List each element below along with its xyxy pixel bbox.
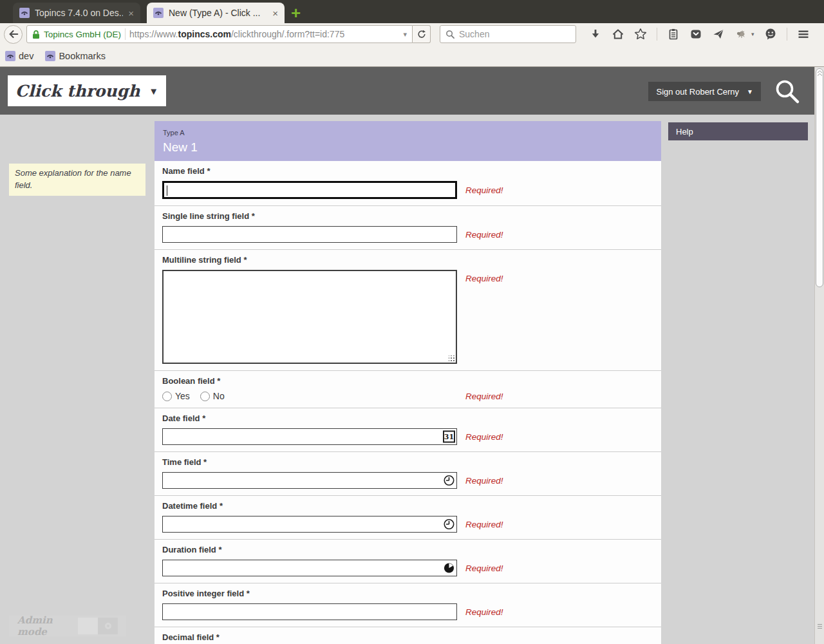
pocket-icon[interactable] [689, 28, 702, 41]
menu-hamburger-icon[interactable] [797, 28, 810, 41]
clock-icon[interactable] [443, 518, 455, 531]
field-label: Datetime field * [162, 501, 653, 511]
new-tab-button[interactable]: + [291, 5, 301, 21]
required-message: Required! [465, 476, 503, 486]
field-label: Duration field * [162, 545, 653, 554]
form-row-duration: Duration field * Required! [154, 540, 661, 583]
single-line-string-input[interactable] [162, 226, 457, 243]
form-row-datetime: Datetime field * Required! [154, 496, 661, 540]
scrollbar-thumb[interactable] [816, 68, 823, 287]
field-label: Name field * [162, 166, 653, 176]
browser-tab-topincs[interactable]: Topincs 7.4.0 on Des... × [13, 3, 140, 23]
search-input[interactable]: Suchen [440, 25, 576, 43]
required-message: Required! [465, 432, 503, 442]
tab-close-icon[interactable]: × [128, 8, 134, 19]
feedback-smiley-icon[interactable] [764, 28, 777, 41]
topincs-favicon-icon [19, 8, 30, 18]
date-field-input[interactable] [162, 428, 457, 445]
datetime-field-input[interactable] [162, 516, 457, 533]
textarea-resize-grip[interactable] [449, 355, 455, 362]
home-icon[interactable] [612, 28, 624, 41]
topincs-favicon-icon [153, 8, 164, 18]
extension-dropdown-icon[interactable]: ▾ [751, 31, 754, 37]
extension-fly-icon[interactable] [735, 28, 747, 41]
clock-icon[interactable] [443, 475, 455, 487]
url-bar[interactable]: Topincs GmbH (DE) https://www.topincs.co… [26, 25, 413, 43]
calendar-icon[interactable]: 31 [443, 431, 455, 443]
search-icon [445, 30, 455, 39]
tab-title: New (Type A) - Click ... [169, 8, 267, 18]
bookmark-item-bookmarks[interactable]: Bookmarks [45, 51, 106, 61]
required-message: Required! [465, 392, 503, 401]
tab-title: Topincs 7.4.0 on Des... [35, 8, 123, 18]
admin-mode-label: Admin mode [17, 614, 70, 638]
back-button[interactable] [4, 25, 23, 44]
signout-label: Sign out Robert Cerny [656, 87, 739, 97]
form-header: Type A New 1 [154, 121, 661, 161]
time-field-input[interactable] [162, 472, 457, 489]
send-plane-icon[interactable] [712, 28, 725, 41]
admin-mode-toggle[interactable] [78, 618, 118, 634]
topincs-favicon-icon [5, 51, 15, 61]
multiline-string-textarea[interactable] [162, 270, 457, 364]
url-text[interactable]: https://www.topincs.com/clickthrough/.fo… [129, 29, 344, 39]
radio-button[interactable] [162, 392, 172, 401]
form-row-time: Time field * Required! [154, 452, 661, 496]
form-row-date: Date field * 31 Required! [154, 408, 661, 452]
boolean-radio-group: Yes No [162, 391, 457, 401]
browser-tab-new-type-a[interactable]: New (Type A) - Click ... × [147, 3, 285, 23]
url-dropdown-icon[interactable]: ▾ [403, 30, 407, 39]
toolbar-separator [787, 28, 787, 41]
site-identity-label[interactable]: Topincs GmbH (DE) [44, 30, 121, 39]
bookmarks-bar: dev Bookmarks [0, 45, 824, 67]
form-title: New 1 [163, 140, 661, 155]
bookmark-item-dev[interactable]: dev [5, 51, 33, 61]
toggle-knob [105, 623, 111, 629]
bookmark-star-icon[interactable] [634, 28, 647, 41]
radio-option-yes[interactable]: Yes [162, 391, 190, 401]
field-label: Positive integer field * [162, 589, 653, 598]
bookmark-label: dev [19, 51, 33, 61]
search-placeholder: Suchen [459, 29, 489, 39]
form-row-decimal: Decimal field * Required! [154, 627, 661, 644]
field-label: Decimal field * [162, 632, 653, 642]
lock-icon [32, 30, 40, 39]
app-search-icon[interactable] [774, 78, 801, 105]
field-label: Date field * [162, 413, 653, 423]
help-label: Help [676, 127, 693, 137]
name-field-input[interactable] [162, 181, 457, 199]
help-button[interactable]: Help [668, 122, 808, 140]
form-row-boolean: Boolean field * Yes No Required! [154, 371, 661, 408]
page-scrollbar[interactable] [814, 67, 824, 644]
reload-button[interactable] [413, 25, 431, 43]
topincs-favicon-icon [45, 51, 55, 61]
browser-navigation-bar: Topincs GmbH (DE) https://www.topincs.co… [0, 23, 824, 45]
browser-tab-bar: Topincs 7.4.0 on Des... × New (Type A) -… [0, 0, 824, 23]
bookmark-label: Bookmarks [59, 51, 106, 61]
text-cursor [167, 185, 167, 196]
field-label: Multiline string field * [162, 255, 653, 265]
form-panel: Type A New 1 Name field * Required! Sing… [154, 121, 661, 644]
duration-timer-icon[interactable] [443, 562, 455, 574]
app-logo-menu[interactable]: Click through ▼ [8, 75, 166, 106]
duration-field-input[interactable] [162, 560, 457, 576]
radio-option-no[interactable]: No [200, 391, 225, 401]
tab-close-icon[interactable]: × [272, 8, 278, 19]
required-message: Required! [465, 274, 503, 283]
clipboard-list-icon[interactable] [667, 28, 680, 41]
scrollbar-grip [818, 624, 822, 630]
signout-dropdown-icon: ▼ [747, 88, 753, 95]
required-message: Required! [465, 607, 503, 617]
logo-dropdown-icon: ▼ [149, 86, 158, 97]
form-type-label: Type A [163, 129, 661, 137]
radio-button[interactable] [200, 392, 210, 401]
form-row-multiline-string: Multiline string field * Required! [154, 250, 661, 371]
download-icon[interactable] [589, 28, 602, 41]
toolbar-separator [657, 28, 657, 41]
signout-button[interactable]: Sign out Robert Cerny ▼ [648, 82, 761, 101]
toggle-on-segment [98, 618, 118, 634]
toggle-off-segment [78, 618, 98, 634]
positive-integer-input[interactable] [162, 603, 457, 620]
admin-mode-control: Admin mode [9, 616, 126, 636]
required-message: Required! [465, 230, 503, 240]
